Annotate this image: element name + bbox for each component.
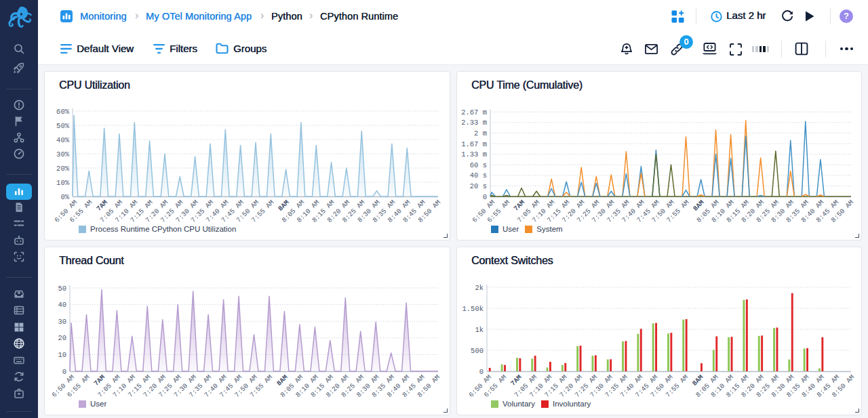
svg-text:60%: 60% [56, 108, 70, 116]
svg-text:0: 0 [479, 368, 484, 376]
svg-text:40: 40 [58, 301, 66, 309]
svg-text:10: 10 [58, 351, 66, 359]
svg-text:60 s: 60 s [470, 161, 487, 169]
svg-text:30%: 30% [56, 150, 70, 159]
svg-text:1.33 m: 1.33 m [461, 150, 487, 159]
svg-text:20 s: 20 s [470, 182, 487, 190]
svg-text:40 s: 40 s [470, 171, 487, 180]
svg-text:50%: 50% [56, 122, 70, 130]
svg-text:50: 50 [58, 285, 66, 293]
svg-text:500: 500 [471, 347, 484, 355]
svg-text:20%: 20% [56, 165, 70, 173]
svg-text:0: 0 [483, 193, 487, 201]
svg-text:2.33 m: 2.33 m [461, 119, 487, 127]
svg-text:20: 20 [58, 334, 66, 342]
svg-text:0: 0 [62, 368, 66, 376]
svg-text:0%: 0% [60, 193, 69, 201]
svg-text:1.50k: 1.50k [462, 305, 484, 313]
svg-text:2 m: 2 m [474, 129, 487, 138]
svg-text:1.67 m: 1.67 m [461, 140, 487, 148]
svg-text:30: 30 [58, 318, 66, 326]
svg-text:1k: 1k [475, 326, 484, 334]
svg-text:40%: 40% [56, 136, 70, 144]
svg-text:10%: 10% [56, 179, 70, 187]
svg-text:2.67 m: 2.67 m [461, 108, 487, 117]
svg-text:2k: 2k [475, 284, 484, 292]
